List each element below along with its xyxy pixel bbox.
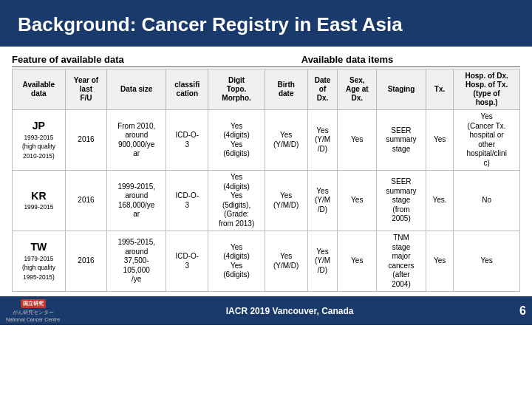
cell-date-dx: Yes(Y/M/D) <box>307 231 338 292</box>
cell-hosp: Yes <box>454 231 520 292</box>
cell-staging: TNMstagemajorcancers(after2004) <box>377 231 426 292</box>
conference-name: IACR 2019 Vancouver, Canada <box>226 306 354 316</box>
cell-digit: Yes(4digits)Yes(5digits),(Grade:from 201… <box>208 171 265 231</box>
available-label: Available data items <box>174 52 520 66</box>
col-hosp: Hosp. of Dx.Hosp. of Tx.(type ofhosp.) <box>454 69 520 110</box>
page-container: Background: Cancer Registry in East Asia… <box>0 0 532 325</box>
cell-date-dx: Yes(Y/M/D) <box>307 171 338 231</box>
cell-birth: Yes(Y/M/D) <box>265 110 307 171</box>
cell-sex-age: Yes <box>338 110 377 171</box>
cell-class: ICD-O-3 <box>166 171 208 231</box>
col-birth: Birthdate <box>265 69 307 110</box>
page-header: Background: Cancer Registry in East Asia <box>0 0 532 47</box>
cell-class: ICD-O-3 <box>166 110 208 171</box>
cell-birth: Yes(Y/M/D) <box>265 171 307 231</box>
cell-hosp: Yes(Cancer Tx.hospital orotherhospital/c… <box>454 110 520 171</box>
cell-hosp: No <box>454 171 520 231</box>
col-tx: Tx. <box>426 69 453 110</box>
footer-bar: 国立研究 がん研究センター National Cancer Centre IAC… <box>0 296 532 325</box>
logo-box-1: 国立研究 がん研究センター National Cancer Centre <box>6 299 60 322</box>
logo-ncc: 国立研究 <box>21 299 46 308</box>
cell-country: KR1999-2015 <box>13 171 66 231</box>
cell-sex-age: Yes <box>338 231 377 292</box>
page-number: 6 <box>519 304 526 318</box>
page-title: Background: Cancer Registry in East Asia <box>18 13 403 35</box>
cell-year: 2016 <box>65 110 106 171</box>
table-row: KR1999-201520161999-2015,around168,000/y… <box>13 171 520 231</box>
col-staging: Staging <box>377 69 426 110</box>
cell-size: 1995-2015,around37,500-105,000/ye <box>107 231 166 292</box>
cell-digit: Yes(4digits)Yes(6digits) <box>208 110 265 171</box>
logo-ncc-ja: がん研究センター <box>13 309 54 316</box>
table-row: TW1979-2015(high quality1995-2015)201619… <box>13 231 520 292</box>
cell-tx: Yes. <box>426 171 453 231</box>
cell-class: ICD-O-3 <box>166 231 208 292</box>
col-year: Year oflastF/U <box>65 69 106 110</box>
cell-tx: Yes <box>426 110 453 171</box>
cell-year: 2016 <box>65 171 106 231</box>
col-data-size: Data size <box>107 69 166 110</box>
cell-tx: Yes <box>426 231 453 292</box>
col-sex-age: Sex,Age atDx. <box>338 69 377 110</box>
feature-label: Feature of available data <box>12 52 174 66</box>
col-digit: DigitTopo.Morpho. <box>208 69 265 110</box>
cell-year: 2016 <box>65 231 106 292</box>
cell-birth: Yes(Y/M/D) <box>265 231 307 292</box>
cell-staging: SEERsummarystage(from2005) <box>377 171 426 231</box>
cell-size: From 2010,around900,000/year <box>107 110 166 171</box>
logo-area: 国立研究 がん研究センター National Cancer Centre <box>6 299 60 322</box>
cell-date-dx: Yes(Y/M/D) <box>307 110 338 171</box>
col-date-dx: DateofDx. <box>307 69 338 110</box>
cell-size: 1999-2015,around168,000/year <box>107 171 166 231</box>
data-table: Availabledata Year oflastF/U Data size c… <box>12 69 520 292</box>
cell-staging: SEERsummarystage <box>377 110 426 171</box>
cell-country: TW1979-2015(high quality1995-2015) <box>13 231 66 292</box>
table-header-row: Availabledata Year oflastF/U Data size c… <box>13 69 520 110</box>
col-available-data: Availabledata <box>13 69 66 110</box>
cell-sex-age: Yes <box>338 171 377 231</box>
cell-digit: Yes(4digits)Yes(6digits) <box>208 231 265 292</box>
col-classifi: classification <box>166 69 208 110</box>
table-row: JP1993-2015(high quality2010-2015)2016Fr… <box>13 110 520 171</box>
section-title-row: Feature of available data Available data… <box>12 52 520 67</box>
main-content: Feature of available data Available data… <box>0 47 532 296</box>
logo-ncc-en: National Cancer Centre <box>6 317 60 322</box>
cell-country: JP1993-2015(high quality2010-2015) <box>13 110 66 171</box>
